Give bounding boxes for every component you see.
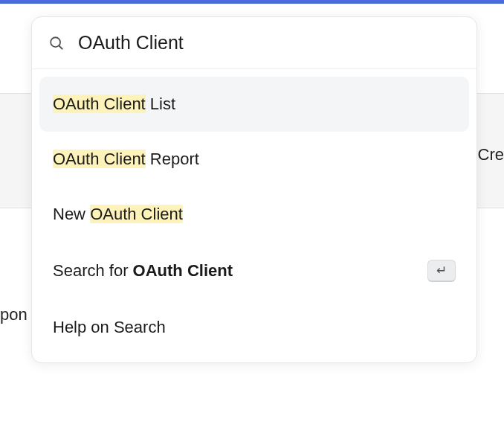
search-result-item[interactable]: OAuth Client List: [39, 77, 469, 132]
search-icon: [48, 35, 65, 51]
search-result-item[interactable]: New OAuth Client: [39, 187, 469, 242]
background-cut-text-left: pon: [0, 305, 28, 324]
enter-key-icon: ↵: [427, 260, 456, 282]
search-result-label: Help on Search: [53, 318, 166, 337]
search-result-label: OAuth Client Report: [53, 150, 199, 169]
search-result-label: New OAuth Client: [53, 205, 183, 224]
search-dropdown-panel: OAuth Client ListOAuth Client ReportNew …: [31, 16, 477, 363]
top-accent-bar: [0, 0, 504, 4]
search-input[interactable]: [78, 32, 460, 54]
search-results-list: OAuth Client ListOAuth Client ReportNew …: [32, 69, 476, 362]
svg-line-1: [59, 45, 62, 49]
background-cut-text-right: Cre: [478, 145, 504, 164]
search-result-label: OAuth Client List: [53, 95, 175, 114]
search-result-item[interactable]: Search for OAuth Client↵: [39, 242, 469, 300]
search-input-row: [32, 17, 476, 69]
search-result-item[interactable]: Help on Search: [39, 300, 469, 355]
search-result-item[interactable]: OAuth Client Report: [39, 132, 469, 187]
search-result-label: Search for OAuth Client: [53, 261, 233, 281]
svg-point-0: [51, 37, 60, 47]
